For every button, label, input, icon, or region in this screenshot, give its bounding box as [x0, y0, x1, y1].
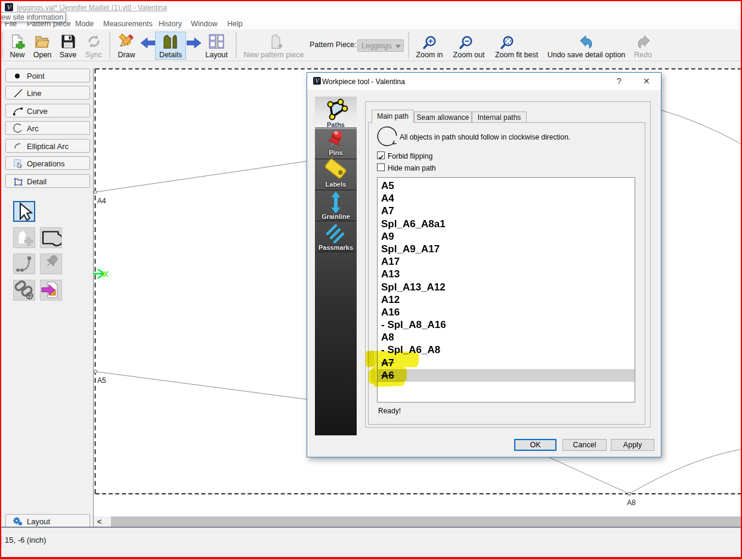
svg-text:A8: A8 [627, 499, 636, 507]
svg-text:A4: A4 [97, 197, 106, 205]
svg-text:A5: A5 [97, 376, 106, 385]
